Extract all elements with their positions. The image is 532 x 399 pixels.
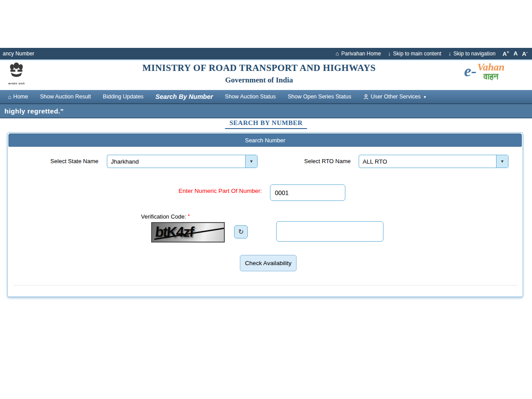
verification-code-label: Verification Code: *	[141, 213, 230, 220]
captcha-image: btK4zf	[151, 222, 225, 243]
main-navbar: ⌂ Home Show Auction Result Bidding Updat…	[0, 90, 532, 103]
ashoka-emblem-icon	[8, 62, 24, 80]
rto-select[interactable]: ALL RTO ▼	[359, 155, 509, 168]
chevron-down-icon: ▾	[424, 94, 426, 99]
rto-select-value: ALL RTO	[359, 155, 496, 168]
check-availability-button[interactable]: Check Availability	[240, 255, 297, 271]
rto-name-label: Select RTO Name	[256, 158, 351, 164]
top-utility-bar: ancy Number ⌂ Parivahan Home ↓ Skip to m…	[0, 48, 532, 60]
ministry-title: MINISTRY OF ROAD TRANSPORT AND HIGHWAYS	[142, 63, 376, 74]
home-icon: ⌂	[336, 51, 339, 56]
site-header: सत्यमेव जयते MINISTRY OF ROAD TRANSPORT …	[0, 61, 532, 90]
nav-item-bidding-updates[interactable]: Bidding Updates	[103, 94, 144, 100]
evahan-logo: e- Vahan वाहन	[464, 63, 505, 81]
font-normal-button[interactable]: A	[513, 50, 517, 57]
user-icon	[363, 94, 369, 100]
state-name-label: Select State Name	[8, 158, 98, 164]
state-select-value: Jharkhand	[107, 155, 245, 168]
state-select[interactable]: Jharkhand ▼	[107, 155, 258, 168]
down-arrow-icon: ↓	[448, 51, 451, 56]
numeric-part-input[interactable]	[270, 184, 345, 201]
india-emblem: सत्यमेव जयते	[5, 62, 27, 86]
refresh-icon: ↻	[238, 228, 244, 236]
nav-item-user-other-services[interactable]: User Other Services ▾	[363, 94, 426, 100]
font-increase-button[interactable]: A+	[503, 50, 509, 57]
emblem-caption: सत्यमेव जयते	[5, 82, 27, 86]
search-number-panel: Search Number Select State Name Jharkhan…	[7, 132, 523, 297]
top-marquee-text: ancy Number	[0, 51, 34, 57]
notice-marquee-bar: highly regretted."	[0, 103, 532, 118]
captcha-refresh-button[interactable]: ↻	[234, 225, 248, 239]
panel-divider	[14, 285, 517, 286]
skip-to-main-content-link[interactable]: ↓ Skip to main content	[388, 51, 441, 57]
nav-item-search-by-number[interactable]: Search By Number	[156, 93, 213, 100]
nav-item-show-auction-status[interactable]: Show Auction Status	[225, 94, 276, 100]
search-by-number-page: ancy Number ⌂ Parivahan Home ↓ Skip to m…	[0, 0, 532, 399]
chevron-down-icon: ▼	[245, 155, 257, 168]
down-arrow-icon: ↓	[388, 51, 391, 56]
required-asterisk: *	[188, 213, 190, 219]
home-icon: ⌂	[8, 94, 12, 100]
parivahan-home-link[interactable]: ⌂ Parivahan Home	[336, 51, 381, 57]
chevron-down-icon: ▼	[496, 155, 508, 168]
nav-item-home[interactable]: ⌂ Home	[8, 94, 28, 100]
nav-item-show-open-series-status[interactable]: Show Open Series Status	[288, 94, 351, 100]
numeric-part-label: Enter Numeric Part Of Number:	[96, 188, 262, 194]
captcha-input[interactable]	[276, 221, 383, 242]
page-title: SEARCH BY NUMBER	[225, 119, 307, 129]
nav-item-show-auction-result[interactable]: Show Auction Result	[40, 94, 91, 100]
skip-to-navigation-link[interactable]: ↓ Skip to navigation	[448, 51, 495, 57]
notice-marquee-text: highly regretted."	[4, 107, 64, 115]
font-size-controls: A+ A A-	[503, 50, 528, 57]
government-subtitle: Government of India	[142, 76, 376, 85]
panel-title: Search Number	[245, 137, 285, 144]
panel-header: Search Number	[8, 133, 522, 147]
font-decrease-button[interactable]: A-	[522, 50, 528, 57]
